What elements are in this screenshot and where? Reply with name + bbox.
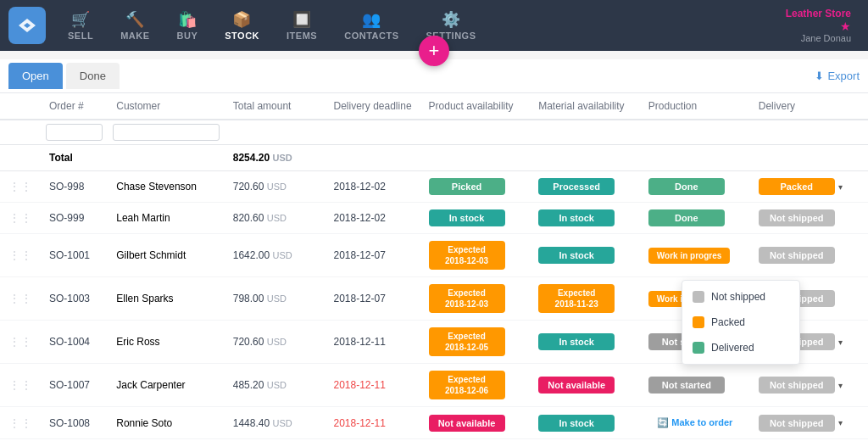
row-drag-handle[interactable]: ⋮⋮ xyxy=(0,203,41,234)
nav-contacts[interactable]: 👥 CONTACTS xyxy=(331,3,412,47)
delivery-dropdown-arrow[interactable]: ▾ xyxy=(838,418,843,427)
order-id: SO-1008 xyxy=(41,407,108,439)
nav-items: 🛒 SELL 🔨 MAKE 🛍️ BUY 📦 STOCK 🔲 ITEMS 👥 C… xyxy=(54,3,786,47)
star-icon: ★ xyxy=(840,20,851,33)
th-amount: Total amount xyxy=(225,93,326,120)
dropdown-packed-label: Packed xyxy=(711,316,745,328)
dropdown-not-shipped[interactable]: Not shipped xyxy=(682,284,799,310)
filter-product xyxy=(420,120,531,145)
product-availability: Not available xyxy=(420,407,531,439)
delivery-status: Not shipped ▾ xyxy=(750,364,868,407)
filter-amount xyxy=(225,120,326,145)
delivery-dropdown-arrow[interactable]: ▾ xyxy=(838,182,843,192)
filter-order[interactable] xyxy=(41,120,108,145)
nav-sell-label: SELL xyxy=(68,31,93,41)
total-drag xyxy=(0,145,41,171)
status-badge: Done xyxy=(648,209,725,226)
delivery-cell: Packed ▾ xyxy=(759,178,860,195)
status-badge: Not available xyxy=(538,377,615,394)
row-drag-handle[interactable]: ⋮⋮ xyxy=(0,364,41,407)
delivery-badge-notshipped: Not shipped xyxy=(759,415,835,432)
production-status: Work in progres xyxy=(640,234,750,277)
nav-sell[interactable]: 🛒 SELL xyxy=(54,3,107,47)
material-availability: In stock xyxy=(530,407,640,439)
row-drag-handle[interactable]: ⋮⋮ xyxy=(0,321,41,364)
dropdown-delivered-label: Delivered xyxy=(711,342,754,354)
th-product: Product availability xyxy=(420,93,531,120)
delivery-dropdown-arrow[interactable]: ▾ xyxy=(838,338,843,347)
orders-table: Order # Customer Total amount Delivery d… xyxy=(0,93,868,441)
user-name: Jane Donau xyxy=(801,33,851,43)
filter-material xyxy=(530,120,640,145)
delivery-status: Not shipped xyxy=(750,203,868,234)
customer-name: Ronnie Soto xyxy=(108,407,225,439)
add-button[interactable]: + xyxy=(419,36,449,66)
filter-production xyxy=(640,120,750,145)
top-navigation: 🛒 SELL 🔨 MAKE 🛍️ BUY 📦 STOCK 🔲 ITEMS 👥 C… xyxy=(0,0,868,51)
export-label: Export xyxy=(827,70,860,82)
delivery-badge: Not shipped xyxy=(759,209,835,226)
customer-name: Chase Stevenson xyxy=(108,171,225,203)
row-drag-handle[interactable]: ⋮⋮ xyxy=(0,171,41,203)
user-profile: Leather Store ★ Jane Donau xyxy=(786,8,860,43)
material-availability: Expected2018-11-23 xyxy=(530,277,640,321)
filter-customer[interactable] xyxy=(108,120,225,145)
order-amount: 798.00 USD xyxy=(225,277,326,321)
tab-done[interactable]: Done xyxy=(66,63,120,89)
dot-gray-icon xyxy=(693,291,704,303)
stock-icon: 📦 xyxy=(232,10,252,29)
status-badge: Expected2018-12-05 xyxy=(429,327,505,356)
export-button[interactable]: ⬇ Export xyxy=(815,70,860,82)
contacts-icon: 👥 xyxy=(362,10,381,29)
delivery-deadline: 2018-12-07 xyxy=(326,234,420,277)
nav-items-link[interactable]: 🔲 ITEMS xyxy=(273,3,331,47)
product-availability: Expected2018-12-05 xyxy=(420,321,531,364)
material-availability: In stock xyxy=(530,234,640,277)
tab-open[interactable]: Open xyxy=(8,63,63,89)
product-availability: Picked xyxy=(420,171,531,203)
buy-icon: 🛍️ xyxy=(178,10,198,29)
dropdown-packed[interactable]: Packed xyxy=(682,310,799,335)
nav-stock-label: STOCK xyxy=(225,31,259,41)
customer-name: Eric Ross xyxy=(108,321,225,364)
dropdown-delivered[interactable]: Delivered xyxy=(682,335,799,360)
row-drag-handle[interactable]: ⋮⋮ xyxy=(0,277,41,321)
app-logo[interactable] xyxy=(8,7,46,44)
customer-name: Jack Carpenter xyxy=(108,364,225,407)
order-amount: 485.20 USD xyxy=(225,364,326,407)
order-id: SO-1003 xyxy=(41,277,108,321)
dot-green-icon xyxy=(693,342,704,354)
delivery-cell: Not shipped ▾ xyxy=(759,415,860,432)
delivery-badge-packed: Packed xyxy=(759,178,835,195)
filter-drag xyxy=(0,120,41,145)
order-id: SO-999 xyxy=(41,203,108,234)
th-deadline: Delivery deadline xyxy=(326,93,420,120)
nav-stock[interactable]: 📦 STOCK xyxy=(211,3,273,47)
th-order: Order # xyxy=(41,93,108,120)
th-material: Material availability xyxy=(530,93,640,120)
filter-customer-input[interactable] xyxy=(113,124,220,141)
production-status: Not started xyxy=(640,364,750,407)
filter-order-input[interactable] xyxy=(46,124,103,141)
row-drag-handle[interactable]: ⋮⋮ xyxy=(0,234,41,277)
nav-contacts-label: CONTACTS xyxy=(344,31,398,41)
status-badge: Done xyxy=(648,178,725,195)
order-amount: 720.60 USD xyxy=(225,171,326,203)
row-drag-handle[interactable]: ⋮⋮ xyxy=(0,407,41,439)
customer-name: Gilbert Schmidt xyxy=(108,234,225,277)
items-icon: 🔲 xyxy=(292,10,312,29)
production-status: Done xyxy=(640,203,750,234)
nav-buy[interactable]: 🛍️ BUY xyxy=(164,3,212,47)
export-icon: ⬇ xyxy=(815,70,824,82)
production-status: Done xyxy=(640,171,750,203)
table-header-row: Order # Customer Total amount Delivery d… xyxy=(0,93,868,120)
order-amount: 720.60 USD xyxy=(225,321,326,364)
delivery-dropdown-arrow[interactable]: ▾ xyxy=(838,381,843,390)
product-availability: Expected2018-12-03 xyxy=(420,277,531,321)
nav-make[interactable]: 🔨 MAKE xyxy=(107,3,163,47)
total-label: Total xyxy=(41,145,108,171)
delivery-cell: Not shipped ▾ xyxy=(759,377,860,394)
material-availability: Not available xyxy=(530,364,640,407)
order-id: SO-1001 xyxy=(41,234,108,277)
status-badge: Expected2018-11-23 xyxy=(538,284,615,313)
